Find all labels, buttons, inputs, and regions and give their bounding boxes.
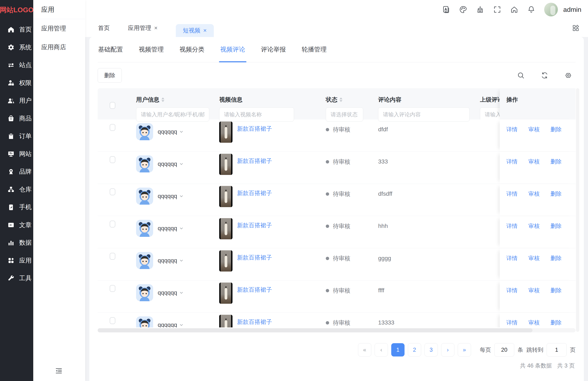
sidebar-item-system[interactable]: 系统 — [0, 39, 33, 57]
row-checkbox[interactable] — [110, 156, 115, 163]
sidebar-item-articles[interactable]: 文章 — [0, 216, 33, 234]
username-dropdown[interactable]: qqqqqq — [158, 289, 184, 296]
refresh-icon[interactable] — [541, 71, 548, 79]
row-checkbox[interactable] — [110, 317, 115, 324]
tab-carousel-management[interactable]: 轮播管理 — [302, 37, 327, 62]
video-title-link[interactable]: 新款百搭裙子 — [237, 157, 272, 165]
sidebar-item-brand[interactable]: 品牌 — [0, 163, 33, 181]
detail-link[interactable]: 详情 — [506, 126, 518, 133]
video-thumbnail[interactable] — [219, 186, 232, 207]
sidebar-item-warehouse[interactable]: 仓库 — [0, 181, 33, 199]
video-title-link[interactable]: 新款百搭裙子 — [237, 254, 272, 262]
user-avatar[interactable] — [544, 3, 558, 16]
review-link[interactable]: 审核 — [528, 319, 540, 326]
submenu-item-app-store[interactable]: 应用商店 — [33, 38, 85, 57]
username-dropdown[interactable]: qqqqqq — [158, 193, 184, 199]
search-icon[interactable] — [517, 71, 525, 79]
video-title-link[interactable]: 新款百搭裙子 — [237, 286, 272, 294]
sidebar-item-apps[interactable]: 应用 — [0, 252, 33, 270]
video-thumbnail[interactable] — [219, 315, 232, 327]
bell-icon[interactable] — [527, 5, 535, 14]
sidebar-item-data[interactable]: 数据 — [0, 234, 33, 252]
review-link[interactable]: 审核 — [528, 126, 540, 133]
delete-link[interactable]: 删除 — [550, 126, 562, 133]
delete-link[interactable]: 删除 — [550, 190, 562, 198]
tab-video-management[interactable]: 视频管理 — [139, 37, 164, 62]
sidebar-item-products[interactable]: 商品 — [0, 110, 33, 127]
page-button-3[interactable]: 3 — [424, 343, 438, 357]
delete-link[interactable]: 删除 — [550, 287, 562, 294]
page-button-2[interactable]: 2 — [408, 343, 421, 357]
detail-link[interactable]: 详情 — [506, 287, 518, 294]
detail-link[interactable]: 详情 — [506, 319, 518, 326]
tag-app-management[interactable]: 应用管理 × — [128, 24, 157, 32]
jump-page-input[interactable] — [547, 343, 567, 357]
delete-link[interactable]: 删除 — [550, 319, 562, 326]
first-page-button[interactable]: « — [358, 343, 371, 357]
tab-comment-reports[interactable]: 评论举报 — [261, 37, 286, 62]
page-button-1[interactable]: 1 — [391, 343, 404, 357]
sidebar-item-permissions[interactable]: 权限 — [0, 74, 33, 92]
video-thumbnail[interactable] — [219, 282, 232, 304]
username-dropdown[interactable]: qqqqqq — [158, 225, 184, 232]
username-dropdown[interactable]: qqqqqq — [158, 257, 184, 264]
detail-link[interactable]: 详情 — [506, 190, 518, 198]
tab-video-comments[interactable]: 视频评论 — [220, 37, 245, 62]
submenu-item-app-management[interactable]: 应用管理 — [33, 19, 85, 38]
detail-link[interactable]: 详情 — [506, 254, 518, 262]
row-checkbox[interactable] — [110, 189, 115, 195]
username-dropdown[interactable]: qqqqqq — [158, 322, 184, 327]
delete-link[interactable]: 删除 — [550, 222, 562, 230]
delete-link[interactable]: 删除 — [550, 254, 562, 262]
sort-control[interactable] — [161, 97, 164, 102]
palette-icon[interactable] — [459, 5, 467, 14]
last-page-button[interactable]: » — [458, 343, 471, 357]
sidebar-item-users[interactable]: 用户 — [0, 92, 33, 110]
horizontal-scrollbar[interactable] — [98, 328, 576, 332]
review-link[interactable]: 审核 — [528, 222, 540, 230]
video-title-link[interactable]: 新款百搭裙子 — [237, 221, 272, 229]
delete-link[interactable]: 删除 — [550, 158, 562, 165]
scrollbar-thumb[interactable] — [98, 328, 532, 332]
sidebar-item-orders[interactable]: 订单 — [0, 127, 33, 145]
video-thumbnail[interactable] — [219, 250, 232, 272]
sidebar-item-tools[interactable]: 工具 — [0, 269, 33, 287]
row-checkbox[interactable] — [110, 253, 115, 260]
video-title-link[interactable]: 新款百搭裙子 — [237, 125, 272, 133]
select-all-checkbox[interactable] — [110, 102, 115, 109]
review-link[interactable]: 审核 — [528, 190, 540, 198]
delete-button[interactable]: 删除 — [98, 68, 122, 83]
fullscreen-icon[interactable] — [493, 5, 501, 14]
video-title-link[interactable]: 新款百搭裙子 — [237, 189, 272, 197]
video-thumbnail[interactable] — [219, 122, 232, 143]
per-page-input[interactable] — [494, 343, 514, 357]
video-thumbnail[interactable] — [219, 154, 232, 175]
translate-icon[interactable] — [442, 5, 450, 14]
close-icon[interactable]: × — [203, 28, 207, 33]
video-title-link[interactable]: 新款百搭裙子 — [237, 318, 272, 326]
review-link[interactable]: 审核 — [528, 254, 540, 262]
username-dropdown[interactable]: qqqqqq — [158, 161, 184, 167]
prev-page-button[interactable]: ‹ — [375, 343, 388, 357]
row-checkbox[interactable] — [110, 124, 115, 131]
sidebar-collapse-button[interactable] — [55, 367, 64, 376]
tab-basic-config[interactable]: 基础配置 — [98, 37, 123, 62]
sidebar-item-website[interactable]: 网站 — [0, 145, 33, 163]
row-checkbox[interactable] — [110, 221, 115, 228]
parent-filter-input[interactable] — [480, 107, 500, 119]
username-dropdown[interactable]: qqqqqq — [158, 128, 184, 135]
video-thumbnail[interactable] — [219, 218, 232, 239]
next-page-button[interactable]: › — [441, 343, 454, 357]
sidebar-item-mobile[interactable]: 手机 — [0, 198, 33, 216]
close-icon[interactable]: × — [154, 25, 157, 31]
tag-short-video[interactable]: 短视频 × — [176, 24, 214, 37]
tab-video-category[interactable]: 视频分类 — [180, 37, 205, 62]
settings-icon[interactable] — [564, 71, 572, 79]
home-icon[interactable] — [510, 5, 518, 14]
detail-link[interactable]: 详情 — [506, 222, 518, 230]
tag-home[interactable]: 首页 — [98, 24, 110, 32]
detail-link[interactable]: 详情 — [506, 158, 518, 165]
row-checkbox[interactable] — [110, 285, 115, 292]
review-link[interactable]: 审核 — [528, 158, 540, 165]
sort-control[interactable] — [339, 97, 342, 102]
